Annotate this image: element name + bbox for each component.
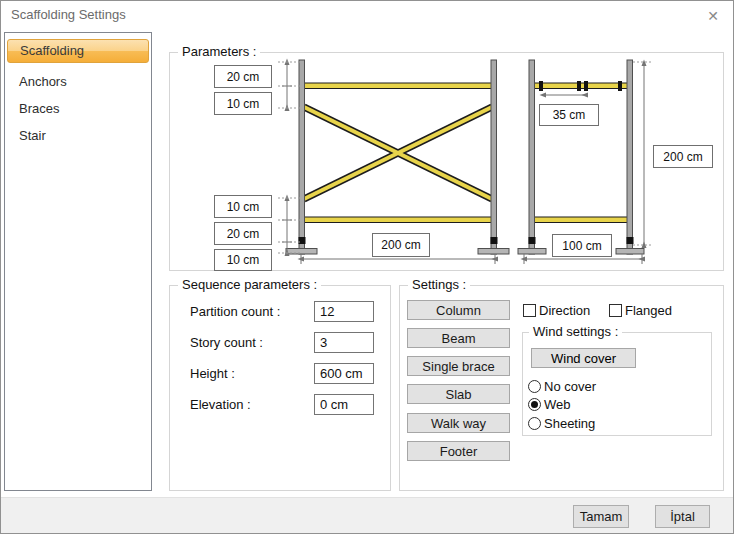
web-radio[interactable] [528, 398, 541, 411]
story-count-input[interactable] [314, 332, 374, 353]
settings-group-label: Settings : [408, 277, 470, 292]
single-brace-button[interactable]: Single brace [407, 356, 510, 376]
cancel-button[interactable]: İptal [655, 505, 710, 528]
dim-bottom-10cm[interactable]: 10 cm [214, 195, 272, 218]
flanged-checkbox-label: Flanged [625, 303, 672, 318]
close-icon[interactable]: ✕ [702, 5, 724, 27]
sheeting-radio-label: Sheeting [544, 416, 595, 431]
story-count-label: Story count : [190, 332, 263, 353]
direction-checkbox[interactable] [523, 304, 536, 317]
wind-settings-group-label: Wind settings : [529, 324, 622, 339]
direction-checkbox-label: Direction [539, 303, 590, 318]
parameters-group: Parameters : [169, 52, 724, 271]
column-button[interactable]: Column [407, 300, 510, 320]
beam-button[interactable]: Beam [407, 328, 510, 348]
walk-way-button[interactable]: Walk way [407, 413, 510, 433]
no-cover-radio-label: No cover [544, 379, 596, 394]
wind-settings-group: Wind settings : Wind cover No cover Web … [522, 332, 712, 436]
wind-cover-button[interactable]: Wind cover [531, 348, 636, 368]
partition-count-input[interactable] [314, 301, 374, 322]
dialog-footer: Tamam İptal [1, 497, 733, 533]
flanged-checkbox[interactable] [609, 304, 622, 317]
elevation-label: Elevation : [190, 394, 251, 415]
category-list: Scaffolding Anchors Braces Stair [4, 32, 152, 491]
dim-front-width-200cm[interactable]: 200 cm [372, 233, 430, 257]
sidebar-item-braces[interactable]: Braces [5, 95, 151, 122]
dim-top-20cm[interactable]: 20 cm [214, 65, 272, 88]
ok-button[interactable]: Tamam [573, 505, 629, 528]
dim-height-200cm[interactable]: 200 cm [653, 145, 713, 168]
footer-button[interactable]: Footer [407, 441, 510, 461]
dim-top-10cm[interactable]: 10 cm [214, 92, 272, 115]
sequence-parameters-group: Sequence parameters : Partition count : … [169, 285, 391, 491]
dim-coupler-35cm[interactable]: 35 cm [539, 104, 599, 126]
slab-button[interactable]: Slab [407, 384, 510, 404]
dialog-title: Scaffolding Settings [11, 1, 126, 29]
sheeting-radio[interactable] [528, 417, 541, 430]
settings-group: Settings : Column Beam Single brace Slab… [399, 285, 724, 491]
sequence-group-label: Sequence parameters : [178, 277, 321, 292]
title-bar: Scaffolding Settings ✕ [1, 1, 733, 29]
web-radio-label: Web [544, 397, 571, 412]
scaffolding-settings-dialog: Scaffolding Settings ✕ Scaffolding Ancho… [0, 0, 734, 534]
elevation-input[interactable] [314, 394, 374, 415]
height-label: Height : [190, 363, 235, 384]
sidebar-item-stair[interactable]: Stair [5, 122, 151, 149]
sidebar-item-anchors[interactable]: Anchors [5, 68, 151, 95]
dim-bottom2-10cm[interactable]: 10 cm [214, 249, 272, 271]
dim-bottom-20cm[interactable]: 20 cm [214, 222, 272, 245]
height-input[interactable] [314, 363, 374, 384]
sidebar-item-scaffolding[interactable]: Scaffolding [7, 39, 149, 63]
dim-side-width-100cm[interactable]: 100 cm [552, 234, 612, 257]
partition-count-label: Partition count : [190, 301, 280, 322]
no-cover-radio[interactable] [528, 380, 541, 393]
